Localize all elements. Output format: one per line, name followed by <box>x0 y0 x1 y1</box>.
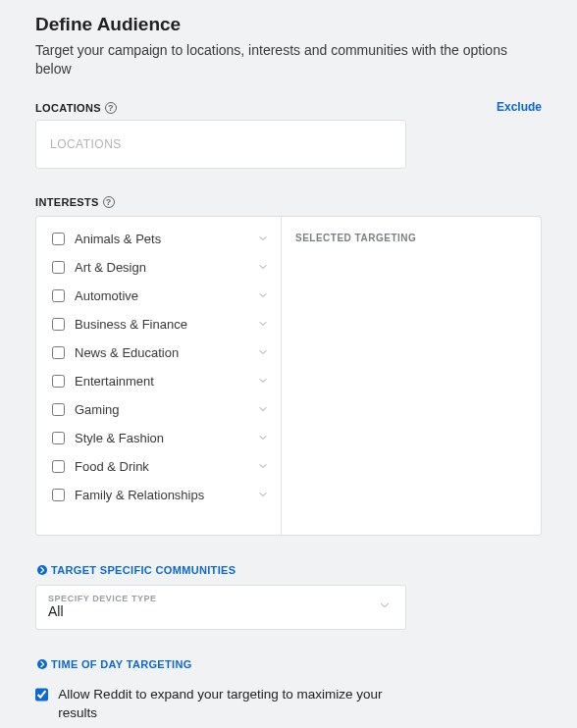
interest-row[interactable]: News & Education <box>36 338 281 367</box>
interest-label: Art & Design <box>75 260 247 275</box>
page-title: Define Audience <box>35 14 542 35</box>
interest-checkbox[interactable] <box>52 346 65 359</box>
interest-row[interactable]: Gaming <box>36 395 281 424</box>
interest-label: Gaming <box>75 402 247 417</box>
device-type-field-label: SPECIFY DEVICE TYPE <box>48 594 393 603</box>
expand-targeting-checkbox[interactable] <box>35 688 48 702</box>
chevron-down-icon <box>257 233 269 244</box>
chevron-right-icon <box>35 563 49 577</box>
interest-row[interactable]: Art & Design <box>36 253 281 282</box>
interests-panel: Animals & PetsArt & DesignAutomotiveBusi… <box>35 216 542 536</box>
interest-label: Business & Finance <box>75 317 247 332</box>
help-icon[interactable]: ? <box>105 102 117 114</box>
target-communities-toggle[interactable]: TARGET SPECIFIC COMMUNITIES <box>35 563 542 577</box>
locations-input[interactable] <box>35 120 406 169</box>
svg-point-1 <box>37 659 47 669</box>
interest-checkbox[interactable] <box>52 375 65 388</box>
interest-row[interactable]: Style & Fashion <box>36 424 281 452</box>
interest-checkbox[interactable] <box>52 289 65 302</box>
interest-row[interactable]: Animals & Pets <box>36 225 281 253</box>
interest-label: Food & Drink <box>75 459 247 474</box>
interest-checkbox[interactable] <box>52 261 65 274</box>
locations-label: LOCATIONS ? <box>35 102 117 114</box>
interest-checkbox[interactable] <box>52 460 65 473</box>
time-of-day-label: TIME OF DAY TARGETING <box>51 658 192 670</box>
page-subtitle: Target your campaign to locations, inter… <box>35 41 542 78</box>
expand-targeting-label: Allow Reddit to expand your targeting to… <box>58 685 408 723</box>
chevron-down-icon <box>257 346 269 358</box>
interest-label: Animals & Pets <box>75 232 247 246</box>
svg-point-0 <box>37 565 47 575</box>
interests-list[interactable]: Animals & PetsArt & DesignAutomotiveBusi… <box>36 217 282 535</box>
interest-checkbox[interactable] <box>52 318 65 331</box>
chevron-right-icon <box>35 657 49 671</box>
chevron-down-icon <box>257 318 269 330</box>
interest-checkbox[interactable] <box>52 432 65 444</box>
chevron-down-icon <box>257 403 269 415</box>
selected-targeting-label: SELECTED TARGETING <box>295 233 527 243</box>
interest-row[interactable]: Automotive <box>36 282 281 310</box>
interests-label-text: INTERESTS <box>35 196 99 208</box>
device-type-value: All <box>48 603 393 619</box>
target-communities-label: TARGET SPECIFIC COMMUNITIES <box>51 564 236 576</box>
interest-label: News & Education <box>75 345 247 360</box>
help-icon[interactable]: ? <box>103 196 115 208</box>
locations-label-text: LOCATIONS <box>35 102 101 114</box>
interest-checkbox[interactable] <box>52 489 65 501</box>
interest-label: Family & Relationships <box>75 488 247 502</box>
chevron-down-icon <box>257 261 269 273</box>
chevron-down-icon <box>257 375 269 387</box>
interest-checkbox[interactable] <box>52 233 65 245</box>
interests-label: INTERESTS ? <box>35 196 542 208</box>
selected-targeting-pane: SELECTED TARGETING <box>282 217 541 535</box>
chevron-down-icon <box>257 432 269 443</box>
interest-row[interactable]: Business & Finance <box>36 310 281 338</box>
interest-checkbox[interactable] <box>52 403 65 416</box>
interest-row[interactable]: Food & Drink <box>36 452 281 481</box>
interest-label: Entertainment <box>75 374 247 389</box>
interest-label: Style & Fashion <box>75 431 247 445</box>
chevron-down-icon <box>378 598 392 616</box>
chevron-down-icon <box>257 460 269 472</box>
chevron-down-icon <box>257 289 269 301</box>
chevron-down-icon <box>257 489 269 500</box>
device-type-select[interactable]: SPECIFY DEVICE TYPE All <box>35 585 406 630</box>
time-of-day-toggle[interactable]: TIME OF DAY TARGETING <box>35 657 542 671</box>
exclude-link[interactable]: Exclude <box>497 100 542 114</box>
interest-row[interactable]: Family & Relationships <box>36 481 281 509</box>
interest-row[interactable]: Entertainment <box>36 367 281 395</box>
interest-label: Automotive <box>75 288 247 303</box>
expand-targeting-row[interactable]: Allow Reddit to expand your targeting to… <box>35 685 408 723</box>
